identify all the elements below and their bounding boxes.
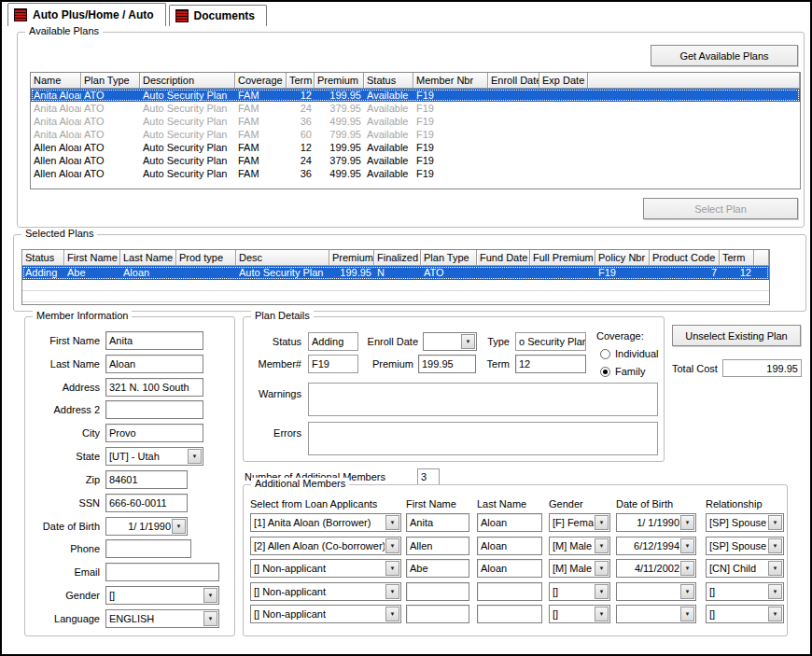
- table-row[interactable]: Anita AloanATOAuto Security PlanFAM24379…: [31, 102, 800, 115]
- am-first-name-input[interactable]: Allen: [406, 537, 469, 555]
- chevron-down-icon[interactable]: ▼: [385, 561, 399, 576]
- table-row[interactable]: Anita AloanATOAuto Security PlanFAM60799…: [31, 128, 800, 141]
- chevron-down-icon[interactable]: ▼: [385, 584, 399, 599]
- ssn-input[interactable]: 666-60-0011: [105, 494, 188, 512]
- chevron-down-icon[interactable]: ▼: [595, 584, 609, 599]
- am-relationship-select[interactable]: []▼: [706, 605, 784, 623]
- chevron-down-icon[interactable]: ▼: [680, 561, 694, 576]
- am-dob-select[interactable]: ▼: [616, 582, 696, 601]
- phone-input[interactable]: [105, 539, 191, 558]
- chevron-down-icon[interactable]: ▼: [768, 561, 782, 576]
- column-header[interactable]: Description: [140, 73, 235, 89]
- chevron-down-icon[interactable]: ▼: [680, 584, 694, 599]
- am-first-name-input[interactable]: [406, 605, 469, 623]
- column-header[interactable]: Term: [720, 250, 754, 266]
- chevron-down-icon[interactable]: ▼: [768, 538, 782, 553]
- am-dob-select[interactable]: 6/12/1994▼: [616, 537, 696, 555]
- column-header[interactable]: Term: [287, 73, 315, 89]
- chevron-down-icon[interactable]: ▼: [203, 588, 217, 603]
- chevron-down-icon[interactable]: ▼: [680, 538, 694, 553]
- column-header[interactable]: Plan Type: [81, 73, 140, 89]
- loan-applicant-select[interactable]: [] Non-applicant▼: [250, 582, 401, 601]
- am-gender-select[interactable]: []▼: [549, 605, 610, 623]
- radio-icon[interactable]: [600, 367, 610, 377]
- coverage-option-family[interactable]: Family: [600, 366, 645, 377]
- column-header[interactable]: Finalized: [374, 250, 421, 266]
- column-header[interactable]: Prod type: [176, 250, 236, 266]
- first-name-input[interactable]: Anita: [105, 331, 203, 350]
- unselect-existing-plan-button[interactable]: Unselect Existing Plan: [672, 325, 801, 346]
- last-name-input[interactable]: Aloan: [105, 355, 203, 373]
- language-select[interactable]: ENGLISH▼: [105, 609, 219, 628]
- tab-documents[interactable]: Documents: [169, 5, 267, 26]
- chevron-down-icon[interactable]: ▼: [680, 607, 694, 621]
- loan-applicant-select[interactable]: [1] Anita Aloan (Borrower)▼: [250, 513, 401, 532]
- am-gender-select[interactable]: [M] Male▼: [549, 537, 610, 555]
- zip-input[interactable]: 84601: [105, 470, 188, 489]
- coverage-option-individual[interactable]: Individual: [600, 348, 658, 359]
- tab-auto-plus-home-auto[interactable]: Auto Plus/Home / Auto: [7, 3, 166, 26]
- table-row[interactable]: Allen AloanATOAuto Security PlanFAM12199…: [31, 141, 800, 154]
- am-relationship-select[interactable]: [SP] Spouse▼: [706, 537, 784, 555]
- am-relationship-select[interactable]: []▼: [706, 582, 784, 601]
- additional-members-count-field[interactable]: 3: [417, 468, 440, 485]
- am-relationship-select[interactable]: [SP] Spouse▼: [706, 513, 784, 532]
- am-last-name-input[interactable]: Aloan: [477, 559, 542, 578]
- chevron-down-icon[interactable]: ▼: [461, 334, 475, 349]
- table-row[interactable]: Allen AloanATOAuto Security PlanFAM24379…: [31, 154, 800, 167]
- chevron-down-icon[interactable]: ▼: [172, 519, 186, 534]
- term-field[interactable]: 12: [515, 355, 586, 373]
- email-input[interactable]: [105, 563, 219, 581]
- column-header[interactable]: Fund Date: [477, 250, 530, 266]
- column-header[interactable]: Premium: [329, 250, 374, 266]
- chevron-down-icon[interactable]: ▼: [385, 538, 399, 553]
- chevron-down-icon[interactable]: ▼: [385, 515, 399, 530]
- column-header[interactable]: Coverage: [235, 73, 287, 89]
- column-header[interactable]: Full Premium: [530, 250, 595, 266]
- am-last-name-input[interactable]: [477, 605, 542, 623]
- am-gender-select[interactable]: []▼: [549, 582, 610, 601]
- chevron-down-icon[interactable]: ▼: [595, 561, 609, 576]
- get-available-plans-button[interactable]: Get Available Plans: [651, 45, 798, 66]
- table-row[interactable]: AddingAbeAloanAuto Security Plan199.95NA…: [22, 266, 769, 280]
- loan-applicant-select[interactable]: [] Non-applicant▼: [250, 559, 401, 578]
- loan-applicant-select[interactable]: [2] Allen Aloan (Co-borrower)▼: [250, 537, 401, 555]
- column-header[interactable]: Product Code: [650, 250, 720, 266]
- chevron-down-icon[interactable]: ▼: [768, 515, 782, 530]
- radio-icon[interactable]: [600, 349, 610, 359]
- chevron-down-icon[interactable]: ▼: [188, 449, 202, 464]
- am-dob-select[interactable]: 4/11/2002▼: [616, 559, 696, 578]
- gender-select[interactable]: []▼: [105, 586, 219, 605]
- am-first-name-input[interactable]: [406, 582, 469, 601]
- column-header[interactable]: Member Nbr: [413, 73, 488, 89]
- chevron-down-icon[interactable]: ▼: [595, 515, 609, 530]
- am-last-name-input[interactable]: [477, 582, 542, 601]
- state-select[interactable]: [UT] - Utah▼: [105, 447, 203, 466]
- column-header[interactable]: Premium: [315, 73, 364, 89]
- date-of-birth-select[interactable]: 1/ 1/1990▼: [105, 517, 188, 536]
- chevron-down-icon[interactable]: ▼: [595, 538, 609, 553]
- column-header[interactable]: First Name: [64, 250, 120, 266]
- am-last-name-input[interactable]: Aloan: [477, 513, 542, 532]
- chevron-down-icon[interactable]: ▼: [203, 611, 217, 626]
- column-header[interactable]: Plan Type: [421, 250, 477, 266]
- am-last-name-input[interactable]: Aloan: [477, 537, 542, 555]
- chevron-down-icon[interactable]: ▼: [768, 584, 782, 599]
- available-plans-grid[interactable]: NamePlan TypeDescriptionCoverageTermPrem…: [30, 72, 801, 189]
- am-gender-select[interactable]: [M] Male▼: [549, 559, 610, 578]
- column-header[interactable]: Desc: [236, 250, 329, 266]
- loan-applicant-select[interactable]: [] Non-applicant▼: [250, 605, 401, 623]
- address-input[interactable]: 321 N. 100 South: [105, 378, 203, 397]
- am-first-name-input[interactable]: Anita: [406, 513, 469, 532]
- column-header[interactable]: Enroll Date: [488, 73, 539, 89]
- table-row[interactable]: Anita AloanATOAuto Security PlanFAM36499…: [31, 115, 800, 128]
- premium-field[interactable]: 199.95: [418, 355, 476, 373]
- column-header[interactable]: Exp Date: [539, 73, 588, 89]
- am-dob-select[interactable]: 1/ 1/1990▼: [616, 513, 696, 532]
- table-row[interactable]: Allen AloanATOAuto Security PlanFAM36499…: [31, 167, 800, 180]
- am-relationship-select[interactable]: [CN] Child▼: [706, 559, 784, 578]
- city-input[interactable]: Provo: [105, 424, 203, 442]
- column-header[interactable]: Status: [364, 73, 413, 89]
- address2-input[interactable]: [105, 400, 203, 419]
- chevron-down-icon[interactable]: ▼: [768, 607, 782, 621]
